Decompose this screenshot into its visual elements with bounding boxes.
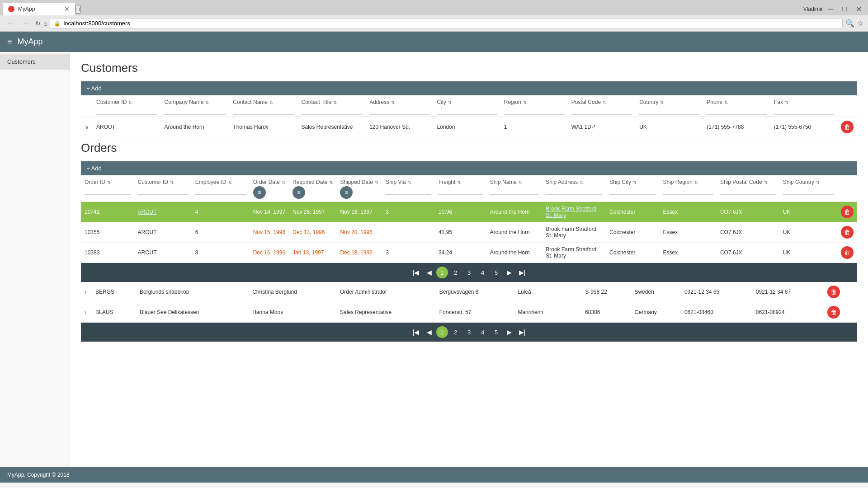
customers-page-1-button[interactable]: 1 [436,326,448,338]
cell-city: Luleå [514,282,569,302]
customers-prev-page-button[interactable]: ◀ [424,328,434,337]
filter-fax[interactable] [774,107,834,115]
cell-order-actions: 🗑 [837,243,857,263]
search-icon[interactable]: 🔍 [845,19,854,28]
filter-contact-title[interactable] [301,107,362,115]
orders-page-4-button[interactable]: 4 [477,267,489,278]
customers-last-page-button[interactable]: ▶| [516,328,528,337]
cell-contact-name: Christina Berglund [249,282,336,302]
new-tab-button[interactable]: □ [75,5,80,14]
delete-order-button[interactable]: 🗑 [841,206,854,218]
cell-actions: 🗑 [824,302,857,323]
filter-ship-country[interactable] [783,187,834,195]
close-window-button[interactable]: ✕ [852,4,865,14]
orders-next-page-button[interactable]: ▶ [504,268,514,277]
orders-page-5-button[interactable]: 5 [491,267,502,278]
filter-freight[interactable] [439,187,483,195]
cell-ship-via: 3 [382,243,435,263]
expand-cell: ∨ [81,117,93,137]
customers-page-2-button[interactable]: 2 [450,326,462,338]
cell-order-id: 10355 [81,222,134,243]
customers-title: Customers [81,61,857,75]
customers-page-5-button[interactable]: 5 [491,326,502,338]
delete-customer-button[interactable]: 🗑 [841,121,854,133]
filter-ord-customer-id[interactable] [138,187,188,195]
minimize-button[interactable]: ─ [825,4,837,14]
url-input[interactable] [63,20,839,27]
row-expand-button[interactable]: › [85,309,87,316]
orders-page-1-button[interactable]: 1 [436,267,448,278]
filter-ship-address[interactable] [546,187,602,195]
sidebar-item-customers[interactable]: Customers [0,54,70,70]
cell-actions: 🗑 [824,282,857,302]
delete-customer-button[interactable]: 🗑 [827,286,840,298]
cell-ship-via [382,222,435,243]
col-required-date: Required Date⇅ ≡ [289,175,336,202]
orders-prev-page-button[interactable]: ◀ [424,268,434,277]
required-date-filter-circle[interactable]: ≡ [292,186,305,199]
shipped-date-filter-circle[interactable]: ≡ [340,186,353,199]
customers-add-button[interactable]: + Add [86,85,102,92]
orders-first-page-button[interactable]: |◀ [410,268,422,277]
col-postal-code: Postal Code⇅ [568,95,636,117]
orders-last-page-button[interactable]: ▶| [516,268,528,277]
cell-ship-country: UK [779,243,837,263]
close-tab-icon[interactable]: ✕ [64,5,70,13]
filter-country[interactable] [639,107,699,115]
row-expand-button[interactable]: ∨ [85,123,89,131]
filter-phone[interactable] [707,107,767,115]
filter-order-id[interactable] [85,187,131,195]
cell-ship-region: Essex [660,202,717,222]
cell-ship-address: Brook Farm Stratford St. Mary [542,202,606,222]
cell-ship-city: Colchester [606,202,659,222]
refresh-button[interactable]: ↻ [35,20,41,27]
orders-page-3-button[interactable]: 3 [463,267,475,278]
bookmark-icon[interactable]: ☆ [857,19,863,28]
cell-company-name: Blauer See Delikatessen [136,302,249,323]
filter-ship-postal-code[interactable] [720,187,776,195]
delete-customer-button[interactable]: 🗑 [827,306,840,319]
home-button[interactable]: ⌂ [43,20,47,27]
customers-next-page-button[interactable]: ▶ [504,328,514,337]
col-ship-via: Ship Via⇅ [382,175,435,202]
order-date-filter-circle[interactable]: ≡ [253,186,266,199]
col-ship-country: Ship Country⇅ [779,175,837,202]
filter-ship-region[interactable] [663,187,713,195]
browser-tab[interactable]: MyApp ✕ [3,3,75,15]
row-expand-button[interactable]: › [85,288,87,296]
filter-contact-name[interactable] [233,107,294,115]
restore-button[interactable]: □ [839,4,850,14]
filter-ship-city[interactable] [609,187,656,195]
filter-company-name[interactable] [165,107,226,115]
actions-col-header [837,95,857,117]
filter-ship-name[interactable] [490,187,539,195]
cell-phone: 0921-12 34 65 [681,282,752,302]
col-customer-id: Customer ID⇅ [93,95,161,117]
customers-page-3-button[interactable]: 3 [463,326,475,338]
back-button[interactable]: ← [5,19,17,28]
filter-ship-via[interactable] [386,187,431,195]
filter-region[interactable] [504,107,564,115]
filter-city[interactable] [437,107,496,115]
customers-toolbar: + Add [81,81,857,95]
table-row: 10741 AROUT 4 Nov 14, 1997 Nov 28, 1997 … [81,202,857,222]
filter-postal-code[interactable] [571,107,632,115]
table-row: › BERGS Berglunds snabbköp Christina Ber… [81,282,857,302]
delete-order-button[interactable]: 🗑 [841,226,854,239]
cell-ship-city: Colchester [606,222,659,243]
customers-first-page-button[interactable]: |◀ [410,328,422,337]
cell-region: 1 [500,117,568,137]
orders-add-button[interactable]: + Add [86,165,102,172]
orders-page-2-button[interactable]: 2 [450,267,462,278]
filter-address[interactable] [369,107,429,115]
cell-fax: 0921-12 34 67 [752,282,824,302]
forward-button[interactable]: → [20,19,33,28]
cell-fax: (171) 555-6750 [770,117,837,137]
filter-employee-id[interactable] [195,187,246,195]
customers-page-4-button[interactable]: 4 [477,326,489,338]
delete-order-button[interactable]: 🗑 [841,246,854,259]
cell-order-id: 10741 [81,202,134,222]
menu-icon[interactable]: ≡ [7,37,12,47]
cell-ship-address: Brook Farm Stratford St. Mary [542,222,606,243]
filter-customer-id[interactable] [96,107,157,115]
